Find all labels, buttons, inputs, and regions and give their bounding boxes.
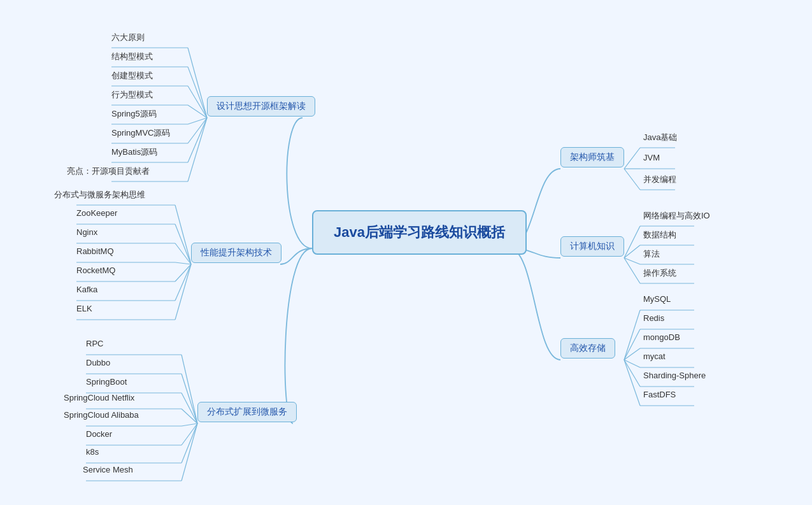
branch-storage: 高效存储: [560, 338, 615, 359]
svg-line-15: [624, 329, 640, 360]
svg-line-0: [624, 148, 640, 169]
leaf-structural: 结构型模式: [111, 51, 153, 62]
leaf-network: 网络编程与高效IO: [643, 210, 710, 222]
branch-arch-foundation: 架构师筑基: [560, 147, 624, 167]
leaf-algorithm: 算法: [643, 248, 660, 260]
svg-line-47: [175, 264, 191, 301]
svg-line-62: [182, 423, 197, 463]
leaf-nginx: Nginx: [76, 227, 97, 237]
svg-line-42: [175, 205, 191, 264]
svg-line-43: [175, 224, 191, 264]
leaf-springcloud-netflix: SpringCloud Netflix: [64, 393, 134, 402]
leaf-fastdfs: FastDFS: [643, 390, 676, 399]
svg-line-59: [182, 409, 197, 423]
svg-line-30: [188, 118, 207, 124]
leaf-mybatis: MyBatis源码: [111, 146, 157, 158]
leaf-concurrent: 并发编程: [643, 174, 676, 185]
leaf-rabbitmq: RabbitMQ: [76, 246, 114, 256]
svg-line-7: [624, 245, 640, 258]
svg-line-58: [182, 393, 197, 423]
leaf-os: 操作系统: [643, 267, 676, 279]
leaf-springcloud-alibaba: SpringCloud Alibaba: [64, 410, 139, 420]
svg-line-9: [624, 258, 640, 283]
svg-line-56: [182, 355, 197, 423]
svg-line-61: [182, 423, 197, 445]
leaf-mongodb: mongoDB: [643, 332, 680, 342]
leaf-java-basics: Java基础: [643, 132, 677, 143]
leaf-rpc: RPC: [86, 339, 103, 348]
leaf-six-principles: 六大原则: [111, 32, 145, 43]
svg-line-18: [624, 360, 640, 387]
leaf-spring5: Spring5源码: [111, 108, 157, 120]
leaf-service-mesh: Service Mesh: [83, 465, 133, 474]
leaf-zookeeper: ZooKeeper: [76, 208, 117, 218]
leaf-opensource: 亮点：开源项目贡献者: [67, 166, 150, 177]
leaf-k8s: k8s: [86, 447, 99, 457]
leaf-dubbo: Dubbo: [86, 358, 110, 367]
svg-line-17: [624, 360, 640, 367]
leaf-elk: ELK: [76, 304, 92, 313]
svg-line-45: [175, 262, 191, 264]
leaf-kafka: Kafka: [76, 285, 97, 294]
branch-design: 设计思想开源框架解读: [207, 96, 315, 117]
svg-line-26: [188, 48, 207, 118]
svg-line-48: [175, 264, 191, 320]
branch-computer: 计算机知识: [560, 236, 624, 257]
center-node: Java后端学习路线知识概括: [312, 210, 527, 255]
svg-line-14: [624, 310, 640, 360]
svg-line-32: [188, 118, 207, 162]
svg-line-33: [188, 118, 207, 181]
svg-line-16: [624, 348, 640, 360]
svg-line-60: [182, 423, 197, 426]
leaf-docker: Docker: [86, 429, 112, 439]
leaf-sharding: Sharding-Sphere: [643, 371, 706, 380]
svg-line-31: [188, 118, 207, 143]
leaf-redis: Redis: [643, 313, 664, 323]
branch-performance: 性能提升架构技术: [191, 243, 281, 263]
leaf-springboot: SpringBoot: [86, 377, 127, 387]
svg-line-19: [624, 360, 640, 406]
leaf-springmvc: SpringMVC源码: [111, 127, 170, 139]
leaf-behavioral: 行为型模式: [111, 89, 153, 101]
branch-distributed: 分布式扩展到微服务: [197, 402, 297, 422]
leaf-mycat: mycat: [643, 352, 666, 361]
svg-line-6: [624, 226, 640, 258]
svg-line-28: [188, 86, 207, 118]
leaf-rocketmq: RocketMQ: [76, 266, 115, 275]
svg-line-29: [188, 105, 207, 118]
leaf-data-structure: 数据结构: [643, 229, 676, 241]
svg-line-57: [182, 374, 197, 423]
svg-line-2: [624, 169, 640, 190]
leaf-creational: 创建型模式: [111, 70, 153, 82]
svg-line-44: [175, 243, 191, 264]
svg-line-27: [188, 67, 207, 118]
leaf-jvm: JVM: [643, 153, 660, 162]
svg-line-46: [175, 264, 191, 281]
leaf-mysql: MySQL: [643, 294, 671, 304]
leaf-distributed-thinking: 分布式与微服务架构思维: [54, 189, 145, 201]
svg-line-63: [182, 423, 197, 481]
svg-line-8: [624, 258, 640, 264]
